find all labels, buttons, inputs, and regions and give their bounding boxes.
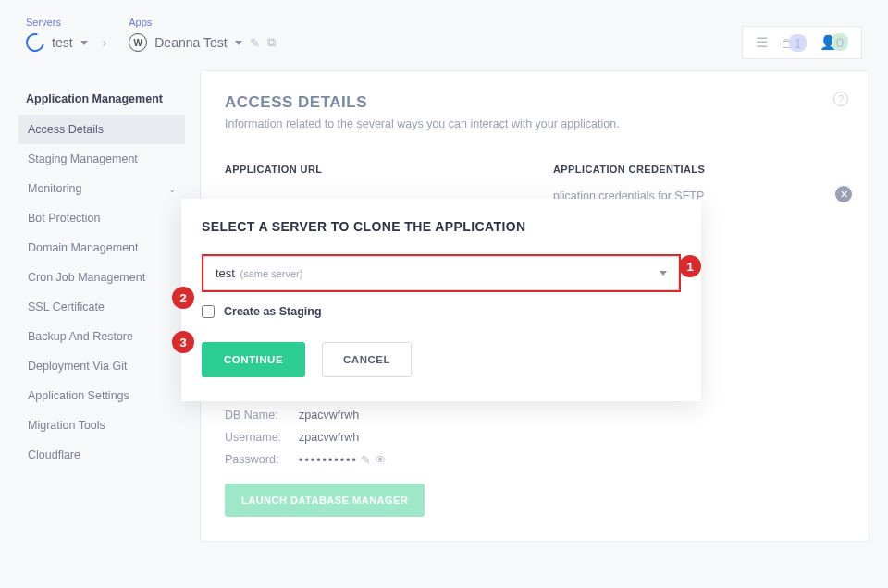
db-user-value: zpacvwfrwh [299,431,845,444]
sidebar-item-monitoring[interactable]: Monitoring⌄ [18,174,185,203]
sidebar-item-domain[interactable]: Domain Management [18,233,185,263]
chevron-down-icon [235,41,242,45]
sidebar: Application Management Access Details St… [18,70,185,542]
folder-badge: 1 [789,34,806,52]
chevron-down-icon [660,271,667,276]
top-breadcrumb-bar: Servers test › Apps W Deanna Test ✎ ⧉ ☰ … [0,0,888,70]
cancel-button[interactable]: CANCEL [322,342,412,377]
server-selector[interactable]: test [26,33,88,52]
digitalocean-icon [22,30,47,55]
close-icon[interactable]: ✕ [835,186,852,202]
servers-label: Servers [26,17,88,28]
sidebar-item-ssl[interactable]: SSL Certificate [18,292,185,322]
launch-db-button[interactable]: LAUNCH DATABASE MANAGER [225,484,425,517]
db-pw-value: •••••••••• ✎ 👁 [299,453,845,467]
sidebar-item-staging[interactable]: Staging Management [18,144,185,174]
user-badge: 0 [832,33,848,51]
eye-icon[interactable]: 👁 [375,453,387,467]
servers-crumb: Servers test [26,17,88,52]
sidebar-item-backup[interactable]: Backup And Restore [18,322,185,351]
server-name: test [52,35,73,50]
db-name-value: zpacvwfrwh [299,409,845,422]
mysql-grid: DB Name: zpacvwfrwh Username: zpacvwfrwh… [225,409,845,467]
edit-icon[interactable]: ✎ [361,453,371,467]
app-url-heading: APPLICATION URL [225,164,516,175]
db-user-label: Username: [225,431,299,444]
annotation-1: 1 [679,255,701,277]
create-as-staging-checkbox[interactable] [202,305,215,318]
sidebar-item-git[interactable]: Deployment Via Git [18,351,185,381]
list-icon[interactable]: ☰ [756,34,768,51]
sidebar-item-cron[interactable]: Cron Job Management [18,263,185,292]
create-as-staging-label: Create as Staging [224,305,322,318]
apps-crumb: Apps W Deanna Test ✎ ⧉ [129,17,275,52]
sidebar-item-migration[interactable]: Migration Tools [18,410,185,440]
server-select-highlight: test (same server) [202,254,681,292]
apps-label: Apps [129,17,275,28]
chevron-down-icon: ⌄ [168,184,176,194]
server-select-value: test (same server) [216,266,302,280]
server-select[interactable]: test (same server) [204,256,679,290]
dialog-title: SELECT A SERVER TO CLONE THE APPLICATION [202,219,681,234]
clone-dialog: SELECT A SERVER TO CLONE THE APPLICATION… [181,199,701,401]
create-as-staging-row[interactable]: Create as Staging [202,305,681,318]
panel-title: ACCESS DETAILS [225,93,845,112]
continue-button[interactable]: CONTINUE [202,342,305,377]
breadcrumb-arrow-icon: › [103,35,107,50]
app-name: Deanna Test [154,35,227,50]
edit-icon[interactable]: ✎ [250,36,260,50]
help-icon[interactable]: ? [833,92,848,106]
annotation-2: 2 [172,287,194,309]
sidebar-item-app-settings[interactable]: Application Settings [18,381,185,410]
folder-icon[interactable]: 🗀1 [781,35,806,51]
sidebar-item-cloudflare[interactable]: Cloudflare [18,440,185,470]
annotation-3: 3 [172,331,194,353]
app-creds-heading: APPLICATION CREDENTIALS [553,164,845,175]
db-name-label: DB Name: [225,409,299,422]
sidebar-item-bot[interactable]: Bot Protection [18,203,185,233]
user-icon[interactable]: 👤0 [820,34,848,51]
sidebar-item-access-details[interactable]: Access Details [18,115,185,144]
app-selector[interactable]: W Deanna Test ✎ ⧉ [129,33,275,52]
db-pw-label: Password: [225,453,299,467]
header-action-tray: ☰ 🗀1 👤0 [742,26,862,59]
panel-subtitle: Information related to the several ways … [225,117,845,130]
sidebar-heading: Application Management [18,92,185,115]
wordpress-icon: W [129,33,147,52]
external-link-icon[interactable]: ⧉ [267,35,276,50]
chevron-down-icon [80,41,88,45]
